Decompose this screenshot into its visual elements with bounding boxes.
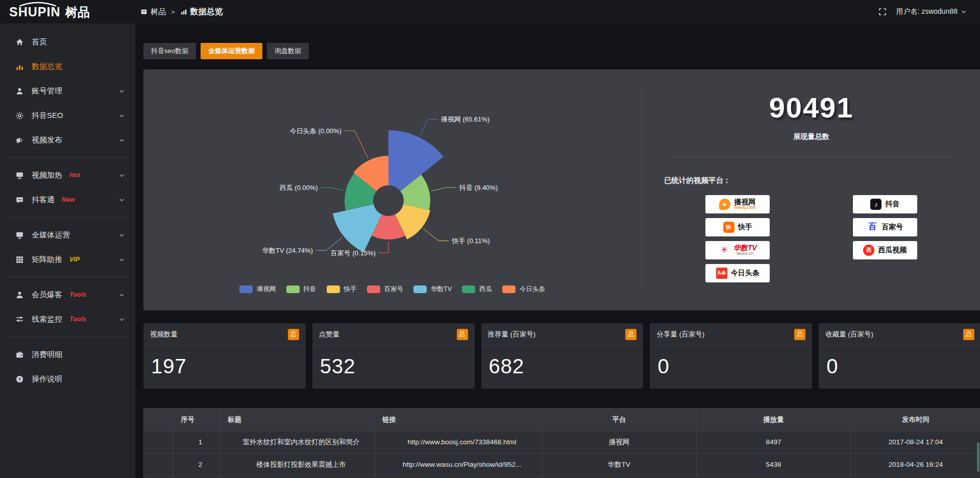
sidebar-item-video-publish[interactable]: 视频发布	[0, 128, 135, 152]
stat-card-value: 197	[143, 346, 306, 378]
sidebar-divider	[7, 277, 128, 277]
legend-swatch	[327, 285, 340, 293]
sidebar-item-home[interactable]: 首页	[0, 30, 135, 54]
main-content: 抖音seo数据全媒体运营数据询盘数据 播视网 (65.61%)抖音 (9.40%…	[135, 23, 980, 478]
videos-table: 序号标题链接平台播放量发布时间 1室外水纹灯和室内水纹灯的区别和简介http:/…	[143, 408, 980, 478]
sidebar-item-label: 抖音SEO	[32, 111, 63, 121]
pie-slice-label: 快手 (0.11%)	[452, 237, 490, 245]
stat-card-head: 收藏量 (百家号)总	[819, 323, 980, 346]
legend-label: 华数TV	[431, 285, 452, 294]
chevron-down-icon	[118, 137, 125, 144]
impressions-total-caption: 展现量总数	[664, 132, 959, 141]
sidebar-item-consumption-detail[interactable]: 消费明细	[0, 342, 135, 367]
sidebar-item-doukertong[interactable]: 抖客通New	[0, 187, 135, 212]
breadcrumb-root[interactable]: 树品	[140, 7, 166, 17]
legend-swatch	[239, 285, 253, 293]
platform-name: 今日头条	[731, 269, 760, 277]
breadcrumb: 树品 > 数据总览	[140, 7, 223, 17]
platform-name: 西瓜视频	[878, 246, 906, 254]
legend-item[interactable]: 播视网	[239, 285, 276, 294]
legend-swatch	[367, 285, 380, 293]
row-checkbox-cell	[144, 431, 174, 453]
sidebar-item-operation-guide[interactable]: ?操作说明	[0, 367, 135, 391]
counted-platforms-label: 已统计的视频平台：	[664, 176, 959, 185]
logo-graphic: SHUPIN 树品	[8, 2, 98, 20]
legend-item[interactable]: 今日头条	[502, 285, 545, 294]
data-tabs: 抖音seo数据全媒体运营数据询盘数据	[143, 43, 980, 59]
legend-swatch	[413, 285, 427, 293]
user-icon	[14, 87, 24, 95]
bar-chart-icon	[180, 8, 187, 15]
logo-text-cn: 树品	[65, 5, 90, 19]
stat-card-head: 分享量 (百家号)总	[650, 323, 812, 346]
breadcrumb-separator: >	[171, 8, 175, 16]
stat-card-value: 682	[481, 346, 644, 378]
label-line	[321, 187, 344, 190]
stat-card-head: 推荐量 (百家号)总	[481, 323, 644, 346]
screen-icon	[14, 171, 24, 180]
tab-2[interactable]: 询盘数据	[267, 43, 309, 59]
cell-time: 2018-04-26 16:24	[851, 453, 980, 476]
legend-item[interactable]: 华数TV	[413, 285, 452, 294]
legend-label: 抖音	[304, 285, 316, 294]
cell-plays: 8497	[697, 431, 851, 453]
stat-card-head: 点赞量总	[312, 323, 475, 346]
sidebar-item-account-management[interactable]: 账号管理	[0, 79, 135, 103]
sidebar-divider	[7, 157, 128, 158]
summary-area: 90491 展现量总数 已统计的视频平台： ▶播视网boosj.com快快手✳华…	[642, 69, 980, 310]
sidebar-item-omnimedia-operation[interactable]: 全媒体运营	[0, 223, 135, 247]
sidebar-item-badge: Tools	[69, 291, 86, 298]
header-checkbox-cell	[144, 409, 174, 431]
pie-slice-label: 今日头条 (0.00%)	[290, 127, 341, 135]
sidebar-item-badge: Hot	[69, 172, 80, 179]
sidebar-item-video-heat[interactable]: 视频加热Hot	[0, 163, 135, 187]
sidebar-item-douyin-seo[interactable]: 抖音SEO	[0, 103, 135, 128]
cell-index: 2	[174, 453, 220, 476]
grid-icon	[14, 255, 24, 264]
sidebar-item-label: 全媒体运营	[32, 230, 70, 240]
cell-plays: 5438	[697, 453, 851, 476]
column-header: 平台	[542, 409, 697, 431]
pie-slice[interactable]	[333, 204, 382, 252]
cell-url-link[interactable]: http://www.wasu.cn/Play/show/id/952...	[375, 453, 542, 476]
platform-badge-xigua: 西西瓜视频	[853, 241, 917, 259]
chevron-down-icon	[118, 88, 125, 94]
empty-cell	[375, 476, 542, 478]
row-checkbox-cell	[144, 453, 174, 476]
stat-card-4: 收藏量 (百家号)总0	[819, 323, 980, 389]
legend-item[interactable]: 百家号	[367, 285, 404, 294]
legend-item[interactable]: 抖音	[286, 285, 316, 294]
cell-title-link[interactable]: 室外水纹灯和室内水纹灯的区别和简介	[220, 431, 375, 453]
sidebar-item-clue-monitor[interactable]: 线索监控Tools	[0, 307, 135, 331]
sidebar-item-badge: Tools	[69, 316, 86, 323]
member-icon	[14, 291, 24, 299]
sliders-icon	[14, 315, 24, 324]
tab-1[interactable]: 全媒体运营数据	[201, 43, 262, 59]
platform-badge-baijiahao: 百百家号	[853, 218, 917, 236]
label-line	[424, 229, 449, 241]
scrollbar-thumb[interactable]	[977, 442, 979, 472]
stat-card-3: 分享量 (百家号)总0	[650, 323, 812, 389]
sidebar-item-label: 线索监控	[32, 315, 62, 324]
column-header: 标题	[220, 409, 375, 431]
tab-0[interactable]: 抖音seo数据	[143, 43, 196, 59]
fullscreen-icon[interactable]	[878, 8, 887, 16]
sidebar-item-matrix-boost[interactable]: 矩阵助推VIP	[0, 247, 135, 272]
cell-platform: 播视网	[542, 431, 697, 453]
app-logo: SHUPIN 树品	[0, 2, 135, 22]
impressions-total-value: 90491	[664, 91, 959, 124]
cell-url-link[interactable]: http://www.boosj.com/7338468.html	[375, 431, 542, 453]
legend-item[interactable]: 快手	[327, 285, 357, 294]
platform-badge-kuaishou: 快快手	[705, 218, 770, 236]
chevron-down-icon	[118, 256, 125, 263]
sidebar-item-data-overview[interactable]: 数据总览	[0, 54, 135, 79]
help-icon: ?	[14, 375, 24, 384]
user-menu[interactable]: 用户名: zswodun88	[896, 7, 967, 16]
sidebar-item-member-baoke[interactable]: 会员爆客Tools	[0, 282, 135, 307]
legend-item[interactable]: 西瓜	[462, 285, 492, 294]
column-header: 序号	[174, 409, 220, 431]
stat-card-title: 收藏量 (百家号)	[825, 330, 873, 339]
sidebar-item-badge: New	[62, 196, 75, 203]
cell-title-link[interactable]: 楼体投影灯投影效果震撼上市	[220, 453, 375, 476]
topbar-right: 用户名: zswodun88	[878, 7, 980, 16]
